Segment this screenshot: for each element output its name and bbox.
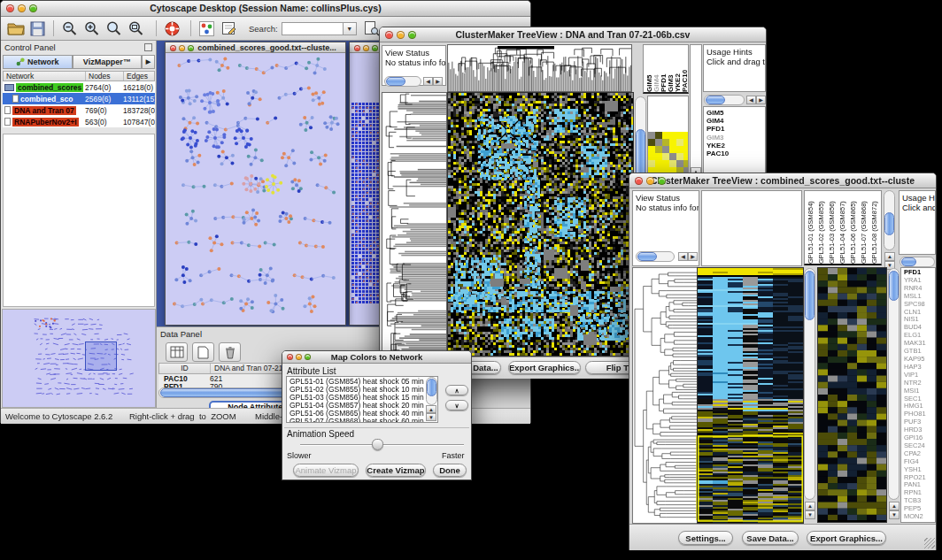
save-data-button[interactable]: Save Data... [742,531,799,545]
zoom-heatmap-canvas[interactable] [648,132,689,174]
close-button[interactable] [287,354,293,360]
network-list-row[interactable]: combined_sco 2569(6) 13112(15) [3,93,155,104]
scroll-thumb[interactable] [706,96,725,104]
gene-label[interactable]: YKE2 [706,142,765,150]
zoom-vscrollbar[interactable] [888,268,900,500]
gene-label[interactable]: GIM5 [706,109,765,117]
minimize-button[interactable] [646,177,654,185]
treeview2-titlebar[interactable]: ClusterMaker TreeView : combined_scores_… [629,173,936,188]
open-file-button[interactable] [4,19,27,39]
network-view-titlebar[interactable]: combined_scores_good.txt--cluste... [166,42,345,53]
gene-label[interactable]: PAC10 [706,150,765,157]
minimize-button[interactable] [18,4,26,12]
scroll-thumb[interactable] [637,252,657,261]
export-graphics-button[interactable]: Export Graphics... [508,361,581,374]
birdseye-viewport-rect[interactable] [85,341,117,371]
treeview2-top-dendrogram-pane[interactable] [701,190,802,266]
move-down-button[interactable]: ∨ [445,400,468,410]
search-dropdown-button[interactable]: ▼ [344,22,357,35]
maximize-button[interactable] [305,354,311,360]
maximize-button[interactable] [372,45,378,51]
gene-label[interactable]: GIM3 [706,134,765,142]
gene-dendrogram-canvas[interactable] [382,93,446,356]
settings-button[interactable]: Settings... [678,531,733,545]
maximize-button[interactable] [29,4,37,12]
zoom-heatmap-canvas[interactable] [818,268,886,520]
close-button[interactable] [354,45,360,51]
gene-label[interactable]: GIM4 [706,117,765,125]
network-list-row[interactable]: combined_scores 2764(0) 16218(0) [3,81,155,93]
minimize-button[interactable] [179,45,185,51]
delete-attribute-button[interactable] [219,342,241,362]
scroll-thumb[interactable] [889,271,899,301]
network-graph-canvas[interactable] [166,53,345,325]
scroll-left-arrow[interactable]: ◀ [423,77,433,86]
tab-vizmapper[interactable]: VizMapper™ [73,55,143,69]
annotation-button[interactable] [218,19,240,39]
global-heatmap-canvas[interactable] [448,93,633,356]
network-view-window[interactable]: combined_scores_good.txt--cluste... [165,42,346,326]
zoom-in-button[interactable] [81,19,103,39]
move-up-button[interactable]: ∧ [445,385,468,395]
float-panel-icon[interactable] [144,43,152,51]
scroll-thumb[interactable] [805,271,815,320]
zoom-fit-button[interactable] [103,19,125,39]
slider-thumb[interactable] [372,439,383,450]
column-label[interactable]: YKE2 [674,47,681,92]
column-label[interactable]: PFD1 [660,47,667,92]
minimize-button[interactable] [363,45,369,51]
scroll-up-arrow[interactable]: ▲ [889,502,900,510]
scroll-thumb[interactable] [427,379,436,396]
zoom-selected-button[interactable] [125,19,147,39]
save-session-button[interactable] [27,19,49,39]
column-label[interactable]: GIM4 [652,47,660,92]
vizmapper-shortcut-button[interactable] [196,19,218,39]
scroll-up-arrow[interactable]: ▲ [884,252,895,261]
column-label[interactable]: GPL51-02 (GSM855) [817,193,828,264]
create-vizmap-button[interactable]: Create Vizmap [366,464,426,477]
scroll-up-arrow[interactable]: ▲ [805,502,815,510]
network-list-row[interactable]: DNA and Tran 07 769(0) 183728(0) [3,104,155,116]
column-label[interactable]: GPL51-07 (GSM868) [860,193,870,264]
close-button[interactable] [635,177,643,185]
done-button[interactable]: Done [433,464,467,477]
column-label[interactable]: GPL51-01 (GSM854) [807,193,817,264]
gene-dendrogram-canvas[interactable] [633,268,698,523]
resize-grip[interactable] [924,538,935,548]
view-status-hscrollbar[interactable] [636,251,675,262]
usage-hints-hscrollbar[interactable] [900,257,935,267]
tab-network[interactable]: Network [3,55,73,69]
heatmap-vscrollbar[interactable] [804,268,815,500]
close-button[interactable] [170,45,176,51]
birdseye-view-canvas[interactable] [2,309,156,408]
gene-label[interactable]: MON2 [904,513,935,521]
attribute-item[interactable]: GPL51-07 (GSM868) heat shock 60 min [290,418,437,423]
scroll-right-arrow[interactable]: ▶ [433,77,443,86]
main-titlebar[interactable]: Cytoscape Desktop (Session Name: collins… [1,1,530,17]
scroll-thumb[interactable] [901,257,916,266]
tab-overflow-button[interactable]: ▶ [142,55,155,69]
close-button[interactable] [385,31,393,39]
usage-hints-hscrollbar[interactable] [704,95,745,105]
column-label[interactable]: GIM5 [645,47,652,92]
network-list-row[interactable]: RNAPuberNov2+I 563(0) 107847(0) [3,116,155,127]
zoom-out-button[interactable] [58,19,81,39]
scroll-thumb[interactable] [386,77,405,86]
scroll-down-arrow[interactable]: ▼ [805,510,815,519]
close-button[interactable] [6,4,14,12]
column-label[interactable]: GPL51-03 (GSM856) [828,193,838,264]
column-label[interactable]: GPL51-08 (GSM872) [870,193,881,264]
export-graphics-button[interactable]: Export Graphics... [807,531,886,545]
maximize-button[interactable] [188,45,194,51]
column-labels-vscrollbar[interactable] [884,190,895,250]
column-label[interactable]: GIM3 [667,47,674,92]
minimize-button[interactable] [296,354,302,360]
scroll-right-arrow[interactable]: ▶ [688,252,698,261]
gene-label[interactable]: PFD1 [706,125,765,133]
help-button[interactable] [161,19,183,39]
cluster-heatmap-canvas[interactable] [698,268,803,523]
column-label[interactable]: GPL51-04 (GSM857) [838,193,849,264]
array-dendrogram-canvas[interactable] [448,45,631,91]
maximize-button[interactable] [658,177,666,185]
scroll-up-arrow[interactable]: ▲ [426,405,436,413]
